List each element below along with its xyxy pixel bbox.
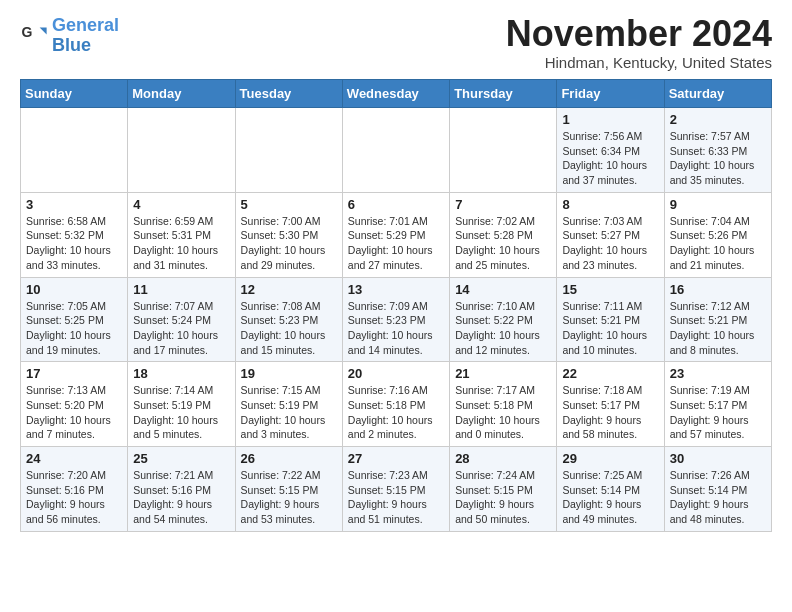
calendar-table: SundayMondayTuesdayWednesdayThursdayFrid… [20, 79, 772, 532]
day-number: 18 [133, 366, 229, 381]
week-row-5: 24Sunrise: 7:20 AM Sunset: 5:16 PM Dayli… [21, 447, 772, 532]
day-info: Sunrise: 7:15 AM Sunset: 5:19 PM Dayligh… [241, 383, 337, 442]
day-number: 2 [670, 112, 766, 127]
day-info: Sunrise: 7:16 AM Sunset: 5:18 PM Dayligh… [348, 383, 444, 442]
day-info: Sunrise: 7:24 AM Sunset: 5:15 PM Dayligh… [455, 468, 551, 527]
weekday-header-row: SundayMondayTuesdayWednesdayThursdayFrid… [21, 80, 772, 108]
calendar-cell: 11Sunrise: 7:07 AM Sunset: 5:24 PM Dayli… [128, 277, 235, 362]
day-info: Sunrise: 7:07 AM Sunset: 5:24 PM Dayligh… [133, 299, 229, 358]
day-info: Sunrise: 7:05 AM Sunset: 5:25 PM Dayligh… [26, 299, 122, 358]
day-number: 10 [26, 282, 122, 297]
calendar-cell: 24Sunrise: 7:20 AM Sunset: 5:16 PM Dayli… [21, 447, 128, 532]
day-info: Sunrise: 7:23 AM Sunset: 5:15 PM Dayligh… [348, 468, 444, 527]
day-info: Sunrise: 7:04 AM Sunset: 5:26 PM Dayligh… [670, 214, 766, 273]
day-number: 11 [133, 282, 229, 297]
week-row-3: 10Sunrise: 7:05 AM Sunset: 5:25 PM Dayli… [21, 277, 772, 362]
calendar-cell: 18Sunrise: 7:14 AM Sunset: 5:19 PM Dayli… [128, 362, 235, 447]
calendar-cell: 29Sunrise: 7:25 AM Sunset: 5:14 PM Dayli… [557, 447, 664, 532]
calendar-cell: 16Sunrise: 7:12 AM Sunset: 5:21 PM Dayli… [664, 277, 771, 362]
calendar-cell: 20Sunrise: 7:16 AM Sunset: 5:18 PM Dayli… [342, 362, 449, 447]
day-info: Sunrise: 7:20 AM Sunset: 5:16 PM Dayligh… [26, 468, 122, 527]
calendar-cell: 4Sunrise: 6:59 AM Sunset: 5:31 PM Daylig… [128, 192, 235, 277]
week-row-4: 17Sunrise: 7:13 AM Sunset: 5:20 PM Dayli… [21, 362, 772, 447]
day-info: Sunrise: 7:26 AM Sunset: 5:14 PM Dayligh… [670, 468, 766, 527]
day-number: 17 [26, 366, 122, 381]
calendar-cell: 26Sunrise: 7:22 AM Sunset: 5:15 PM Dayli… [235, 447, 342, 532]
calendar-cell: 23Sunrise: 7:19 AM Sunset: 5:17 PM Dayli… [664, 362, 771, 447]
calendar-cell: 30Sunrise: 7:26 AM Sunset: 5:14 PM Dayli… [664, 447, 771, 532]
calendar-cell: 1Sunrise: 7:56 AM Sunset: 6:34 PM Daylig… [557, 108, 664, 193]
weekday-header-friday: Friday [557, 80, 664, 108]
logo-line2: Blue [52, 36, 119, 56]
calendar-cell: 27Sunrise: 7:23 AM Sunset: 5:15 PM Dayli… [342, 447, 449, 532]
day-info: Sunrise: 7:00 AM Sunset: 5:30 PM Dayligh… [241, 214, 337, 273]
weekday-header-monday: Monday [128, 80, 235, 108]
day-number: 13 [348, 282, 444, 297]
location: Hindman, Kentucky, United States [506, 54, 772, 71]
page-header: G General Blue November 2024 Hindman, Ke… [20, 16, 772, 71]
day-info: Sunrise: 7:57 AM Sunset: 6:33 PM Dayligh… [670, 129, 766, 188]
calendar-cell: 21Sunrise: 7:17 AM Sunset: 5:18 PM Dayli… [450, 362, 557, 447]
calendar-cell: 8Sunrise: 7:03 AM Sunset: 5:27 PM Daylig… [557, 192, 664, 277]
day-number: 5 [241, 197, 337, 212]
day-number: 21 [455, 366, 551, 381]
calendar-cell: 12Sunrise: 7:08 AM Sunset: 5:23 PM Dayli… [235, 277, 342, 362]
logo-icon: G [20, 22, 48, 50]
day-info: Sunrise: 7:14 AM Sunset: 5:19 PM Dayligh… [133, 383, 229, 442]
svg-marker-1 [40, 27, 47, 34]
weekday-header-saturday: Saturday [664, 80, 771, 108]
day-info: Sunrise: 7:03 AM Sunset: 5:27 PM Dayligh… [562, 214, 658, 273]
day-number: 27 [348, 451, 444, 466]
day-number: 28 [455, 451, 551, 466]
day-info: Sunrise: 7:25 AM Sunset: 5:14 PM Dayligh… [562, 468, 658, 527]
week-row-1: 1Sunrise: 7:56 AM Sunset: 6:34 PM Daylig… [21, 108, 772, 193]
day-number: 15 [562, 282, 658, 297]
weekday-header-tuesday: Tuesday [235, 80, 342, 108]
day-info: Sunrise: 7:21 AM Sunset: 5:16 PM Dayligh… [133, 468, 229, 527]
day-number: 4 [133, 197, 229, 212]
logo-line1: General [52, 15, 119, 35]
day-number: 16 [670, 282, 766, 297]
day-info: Sunrise: 6:58 AM Sunset: 5:32 PM Dayligh… [26, 214, 122, 273]
day-info: Sunrise: 7:01 AM Sunset: 5:29 PM Dayligh… [348, 214, 444, 273]
day-number: 6 [348, 197, 444, 212]
day-info: Sunrise: 7:56 AM Sunset: 6:34 PM Dayligh… [562, 129, 658, 188]
day-info: Sunrise: 7:22 AM Sunset: 5:15 PM Dayligh… [241, 468, 337, 527]
calendar-cell: 5Sunrise: 7:00 AM Sunset: 5:30 PM Daylig… [235, 192, 342, 277]
day-number: 12 [241, 282, 337, 297]
day-number: 24 [26, 451, 122, 466]
day-number: 30 [670, 451, 766, 466]
day-number: 8 [562, 197, 658, 212]
day-number: 19 [241, 366, 337, 381]
calendar-cell [128, 108, 235, 193]
calendar-cell: 3Sunrise: 6:58 AM Sunset: 5:32 PM Daylig… [21, 192, 128, 277]
day-number: 9 [670, 197, 766, 212]
day-info: Sunrise: 7:09 AM Sunset: 5:23 PM Dayligh… [348, 299, 444, 358]
weekday-header-wednesday: Wednesday [342, 80, 449, 108]
day-number: 7 [455, 197, 551, 212]
calendar-cell: 25Sunrise: 7:21 AM Sunset: 5:16 PM Dayli… [128, 447, 235, 532]
calendar-cell: 15Sunrise: 7:11 AM Sunset: 5:21 PM Dayli… [557, 277, 664, 362]
calendar-cell: 28Sunrise: 7:24 AM Sunset: 5:15 PM Dayli… [450, 447, 557, 532]
day-number: 20 [348, 366, 444, 381]
calendar-cell [21, 108, 128, 193]
day-info: Sunrise: 7:18 AM Sunset: 5:17 PM Dayligh… [562, 383, 658, 442]
day-info: Sunrise: 7:02 AM Sunset: 5:28 PM Dayligh… [455, 214, 551, 273]
title-block: November 2024 Hindman, Kentucky, United … [506, 16, 772, 71]
weekday-header-sunday: Sunday [21, 80, 128, 108]
month-title: November 2024 [506, 16, 772, 52]
calendar-cell [450, 108, 557, 193]
day-info: Sunrise: 7:12 AM Sunset: 5:21 PM Dayligh… [670, 299, 766, 358]
calendar-cell [235, 108, 342, 193]
day-info: Sunrise: 7:11 AM Sunset: 5:21 PM Dayligh… [562, 299, 658, 358]
day-number: 22 [562, 366, 658, 381]
week-row-2: 3Sunrise: 6:58 AM Sunset: 5:32 PM Daylig… [21, 192, 772, 277]
calendar-cell [342, 108, 449, 193]
day-number: 3 [26, 197, 122, 212]
weekday-header-thursday: Thursday [450, 80, 557, 108]
day-info: Sunrise: 7:08 AM Sunset: 5:23 PM Dayligh… [241, 299, 337, 358]
day-number: 23 [670, 366, 766, 381]
day-number: 26 [241, 451, 337, 466]
day-number: 29 [562, 451, 658, 466]
calendar-cell: 19Sunrise: 7:15 AM Sunset: 5:19 PM Dayli… [235, 362, 342, 447]
